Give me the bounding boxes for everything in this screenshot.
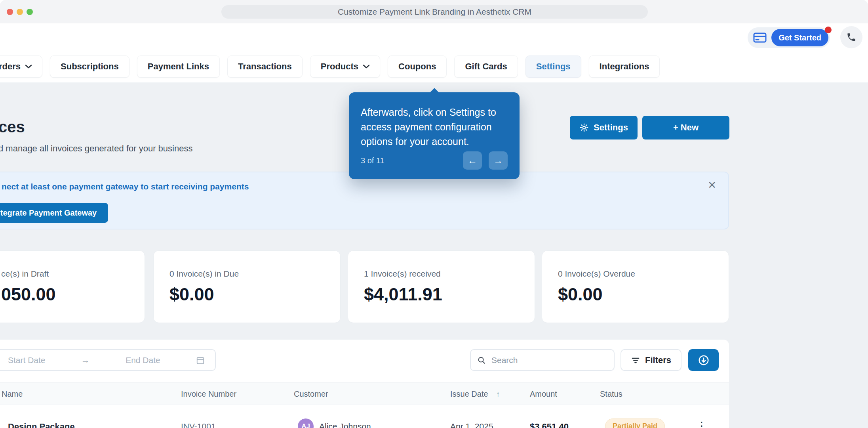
stat-card-received: 1 Invoice(s) received $4,011.91 xyxy=(348,250,535,323)
tour-next-button[interactable]: → xyxy=(489,151,508,170)
tab-products-label: Products xyxy=(321,61,358,72)
app-header: Get Started xyxy=(0,23,868,51)
get-started-cluster[interactable]: Get Started xyxy=(748,27,830,48)
settings-button[interactable]: Settings xyxy=(570,116,638,139)
integrate-gateway-button[interactable]: tegrate Payment Gateway xyxy=(0,203,108,223)
download-circle-icon xyxy=(698,354,710,366)
tab-orders-label: rders xyxy=(0,61,21,72)
tour-tooltip: Afterwards, click on Settings to access … xyxy=(349,92,520,179)
customer-name: Alice Johnson xyxy=(319,422,371,428)
tab-gift-cards-label: Gift Cards xyxy=(465,61,507,72)
issue-date: Apr 1, 2025 xyxy=(450,422,493,428)
phone-icon xyxy=(846,32,857,42)
tour-step-counter: 3 of 11 xyxy=(361,156,385,165)
row-menu-icon[interactable]: ⋮ xyxy=(696,419,707,428)
banner-message: nect at least one payment gateway to sta… xyxy=(2,182,249,191)
tour-tooltip-footer: 3 of 11 ← → xyxy=(361,151,508,170)
tab-gift-cards[interactable]: Gift Cards xyxy=(454,55,518,78)
tour-tooltip-text: Afterwards, click on Settings to access … xyxy=(361,105,508,149)
get-started-button[interactable]: Get Started xyxy=(771,29,828,46)
close-icon[interactable]: ✕ xyxy=(705,179,719,192)
tab-coupons-label: Coupons xyxy=(398,61,436,72)
stat-value: 050.00 xyxy=(1,284,56,305)
tab-integrations-label: Integrations xyxy=(600,61,649,72)
page-title: ces xyxy=(0,118,25,136)
nav-tabs: rders Subscriptions Payment Links Transa… xyxy=(0,55,660,78)
stat-card-draft: ce(s) in Draft 050.00 xyxy=(0,250,145,323)
phone-button[interactable] xyxy=(840,26,862,48)
stat-value: $4,011.91 xyxy=(364,284,442,305)
invoice-amount: $3,651.40 xyxy=(530,422,569,428)
search-box xyxy=(470,349,615,371)
main-navbar: rders Subscriptions Payment Links Transa… xyxy=(0,51,868,82)
notification-dot xyxy=(825,27,832,33)
search-icon xyxy=(477,356,486,365)
status-badge: Partially Paid xyxy=(605,418,665,428)
new-button-label: + New xyxy=(673,122,699,133)
filters-button[interactable]: Filters xyxy=(621,349,681,371)
page-subtitle: d manage all invoices generated for your… xyxy=(0,143,192,154)
stat-card-overdue: 0 Invoice(s) Overdue $0.00 xyxy=(542,250,729,323)
new-invoice-button[interactable]: + New xyxy=(642,116,729,139)
credit-card-icon xyxy=(753,32,767,43)
sort-ascending-icon: ↑ xyxy=(496,390,500,399)
invoice-name: Design Package xyxy=(8,422,75,428)
stat-value: $0.00 xyxy=(169,284,214,305)
tab-payment-links-label: Payment Links xyxy=(148,61,209,72)
tab-integrations[interactable]: Integrations xyxy=(589,55,660,78)
export-download-button[interactable] xyxy=(688,349,719,371)
column-header-issue-date[interactable]: Issue Date ↑ xyxy=(450,390,500,399)
chevron-down-icon xyxy=(363,65,369,69)
window-title: Customize Payment Link Branding in Aesth… xyxy=(221,5,648,19)
issue-date-label: Issue Date xyxy=(450,390,488,399)
stat-label: 1 Invoice(s) received xyxy=(364,269,441,279)
tab-payment-links[interactable]: Payment Links xyxy=(137,55,220,78)
tab-settings[interactable]: Settings xyxy=(525,55,581,78)
gear-icon xyxy=(579,123,589,132)
date-range-input[interactable]: Start Date → End Date xyxy=(0,349,216,371)
invoice-number: INV-1001 xyxy=(181,422,216,428)
start-date-placeholder: Start Date xyxy=(8,355,46,365)
arrow-left-icon: ← xyxy=(468,155,477,166)
minimize-window-button[interactable] xyxy=(17,9,23,15)
search-input[interactable] xyxy=(491,355,607,365)
tab-products[interactable]: Products xyxy=(310,55,380,78)
filter-icon xyxy=(631,355,640,365)
end-date-placeholder: End Date xyxy=(126,355,160,365)
calendar-icon xyxy=(196,356,205,365)
tab-transactions-label: Transactions xyxy=(238,61,292,72)
stat-label: 0 Invoice(s) in Due xyxy=(169,269,239,279)
tour-nav: ← → xyxy=(463,151,508,170)
payment-gateway-banner: nect at least one payment gateway to sta… xyxy=(0,172,729,229)
close-window-button[interactable] xyxy=(7,9,13,15)
column-header-status[interactable]: Status xyxy=(600,390,622,399)
stat-value: $0.00 xyxy=(558,284,603,305)
tab-settings-label: Settings xyxy=(536,61,571,72)
tab-coupons[interactable]: Coupons xyxy=(388,55,447,78)
customer-avatar: AJ xyxy=(298,418,314,428)
chevron-down-icon xyxy=(25,65,32,69)
table-header-row: Name Invoice Number Customer Issue Date … xyxy=(0,382,729,405)
stat-label: 0 Invoice(s) Overdue xyxy=(558,269,635,279)
tour-back-button[interactable]: ← xyxy=(463,151,482,170)
filters-button-label: Filters xyxy=(645,355,671,365)
tab-subscriptions[interactable]: Subscriptions xyxy=(50,55,129,78)
arrow-right-icon: → xyxy=(493,155,503,166)
tab-orders[interactable]: rders xyxy=(0,55,42,78)
stat-label: ce(s) in Draft xyxy=(1,269,49,279)
window-controls xyxy=(7,9,33,15)
tab-transactions[interactable]: Transactions xyxy=(227,55,303,78)
column-header-amount[interactable]: Amount xyxy=(530,390,557,399)
window-titlebar: Customize Payment Link Branding in Aesth… xyxy=(0,0,868,23)
maximize-window-button[interactable] xyxy=(27,9,33,15)
invoice-table-panel: Start Date → End Date xyxy=(0,340,729,428)
settings-button-label: Settings xyxy=(594,122,628,133)
stat-card-due: 0 Invoice(s) in Due $0.00 xyxy=(153,250,341,323)
arrow-right-icon: → xyxy=(81,355,90,365)
column-header-name[interactable]: Name xyxy=(2,390,23,399)
column-header-customer[interactable]: Customer xyxy=(294,390,328,399)
app-window: Customize Payment Link Branding in Aesth… xyxy=(0,0,868,428)
column-header-invoice-number[interactable]: Invoice Number xyxy=(181,390,236,399)
tab-subscriptions-label: Subscriptions xyxy=(61,61,119,72)
table-row[interactable]: Design Package INV-1001 AJ Alice Johnson… xyxy=(0,405,729,428)
